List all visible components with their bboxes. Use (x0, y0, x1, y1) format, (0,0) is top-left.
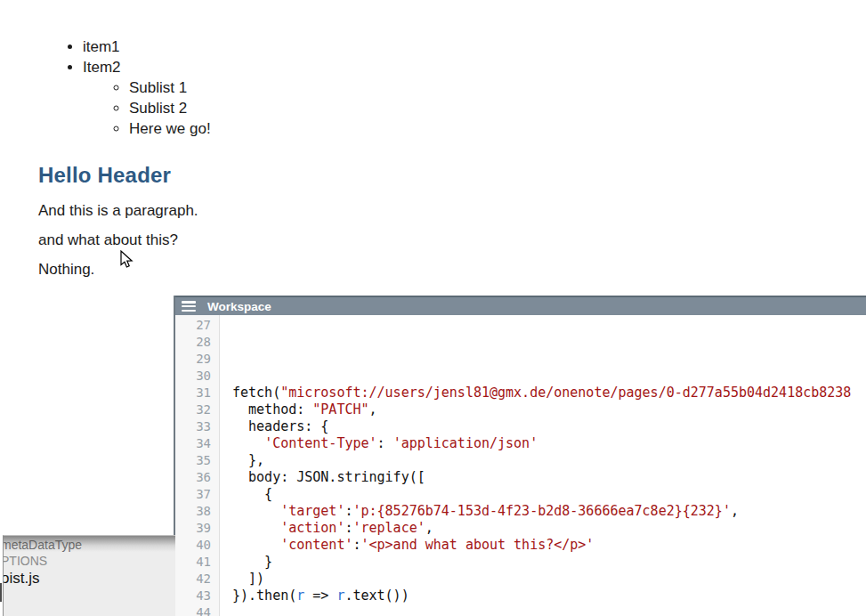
menu-icon[interactable] (182, 301, 196, 312)
line-number: 39 (175, 520, 219, 537)
line-number: 37 (175, 486, 219, 503)
code-line: body: JSON.stringify([ (232, 469, 866, 486)
left-edge-handle (0, 583, 2, 602)
workspace-title: Workspace (207, 300, 271, 313)
popup-item[interactable]: metaDataType (3, 538, 82, 552)
line-number: 41 (175, 554, 219, 571)
line-number: 29 (175, 351, 219, 368)
code-line (232, 368, 866, 385)
code-line: 'target':'p:{85276b74-153d-4f23-b2d8-366… (232, 503, 866, 520)
code-line (232, 317, 866, 334)
code-line: method: "PATCH", (232, 401, 866, 418)
editor-body: 272829303132333435363738394041424344 fet… (175, 315, 866, 616)
code-line: fetch("microsoft://users/jensl81@gmx.de/… (232, 385, 866, 401)
paragraph: and what about this? (38, 231, 211, 249)
line-number: 27 (175, 317, 219, 334)
line-number: 34 (175, 435, 219, 452)
line-number: 28 (175, 334, 219, 351)
code-line: headers: { (232, 418, 866, 435)
line-number: 32 (175, 401, 219, 418)
code-line (232, 604, 866, 616)
sublist-item: Here we go! (129, 118, 211, 139)
sublist: Sublist 1Sublist 2Here we go! (83, 77, 211, 139)
code-line (232, 351, 866, 368)
line-number: 31 (175, 385, 219, 401)
line-number-gutter: 272829303132333435363738394041424344 (175, 315, 220, 616)
workspace-panel: Workspace 272829303132333435363738394041… (174, 296, 866, 616)
list-item: Item2Sublist 1Sublist 2Here we go! (83, 57, 211, 139)
autocomplete-popup: metaDataTypePTIONSoist.js (3, 535, 175, 616)
code-line: }).then(r => r.text()) (232, 588, 866, 604)
code-line: ]) (232, 571, 866, 588)
line-number: 35 (175, 452, 219, 469)
page-title: Hello Header (38, 163, 211, 188)
line-number: 42 (175, 571, 219, 588)
document-content: item1Item2Sublist 1Sublist 2Here we go! … (38, 36, 211, 279)
workspace-header: Workspace (175, 296, 866, 315)
line-number: 36 (175, 469, 219, 486)
line-number: 33 (175, 418, 219, 435)
sublist-item: Sublist 1 (129, 77, 211, 98)
sublist-item: Sublist 2 (129, 98, 211, 118)
code-line: 'action':'replace', (232, 520, 866, 537)
popup-item[interactable]: oist.js (3, 570, 39, 588)
code-line (232, 334, 866, 351)
line-number: 30 (175, 368, 219, 385)
code-line: }, (232, 452, 866, 469)
bullet-list: item1Item2Sublist 1Sublist 2Here we go! (38, 36, 211, 139)
list-item: item1 (83, 36, 211, 57)
code-editor[interactable]: fetch("microsoft://users/jensl81@gmx.de/… (220, 315, 866, 616)
line-number: 38 (175, 503, 219, 520)
code-line: { (232, 486, 866, 503)
code-line: } (232, 554, 866, 571)
mouse-cursor-icon (120, 250, 135, 271)
line-number: 43 (175, 588, 219, 604)
paragraph: And this is a paragraph. (38, 202, 211, 220)
code-line: 'Content-Type': 'application/json' (232, 435, 866, 452)
code-line: 'content':'<p>and what about this?</p>' (232, 537, 866, 554)
popup-item[interactable]: PTIONS (3, 554, 47, 568)
line-number: 40 (175, 537, 219, 554)
line-number: 44 (175, 604, 219, 616)
